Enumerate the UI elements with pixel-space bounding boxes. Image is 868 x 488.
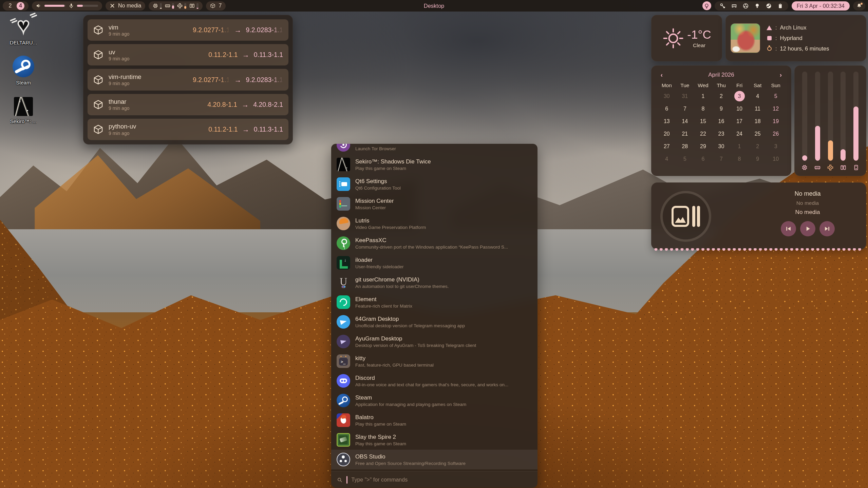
launcher-item-slay-the-spire-2[interactable]: Slay the Spire 2Play this game on Steam — [331, 430, 537, 450]
bulb-tray-icon[interactable] — [754, 3, 760, 9]
launcher-item-sekiro[interactable]: Sekiro™: Shadows Die TwicePlay this game… — [331, 155, 537, 174]
calendar-day-14[interactable]: 14 — [676, 115, 694, 128]
calendar-day-26[interactable]: 26 — [767, 128, 785, 140]
launcher-item-keepassxc[interactable]: KeePassXCCommunity-driven port of the Wi… — [331, 233, 537, 253]
volume-slider[interactable] — [44, 5, 65, 7]
update-row-vim-runtime[interactable]: vim-runtime9 min ago9.2.0277-1.1→9.2.028… — [88, 69, 288, 90]
calendar-day-11[interactable]: 11 — [749, 102, 767, 115]
calendar-day-8[interactable]: 8 — [694, 102, 712, 115]
updates-indicator[interactable]: 7 — [206, 1, 226, 11]
desktop-icon-deltarune[interactable]: DELTARU... — [3, 16, 43, 45]
calendar-day-15[interactable]: 15 — [694, 115, 712, 128]
steam-tray-icon[interactable] — [766, 3, 772, 9]
update-row-uv[interactable]: uv9 min ago0.11.2-1.1→0.11.3-1.1 — [88, 44, 288, 65]
calendar-day-24[interactable]: 24 — [730, 128, 749, 140]
update-row-python-uv[interactable]: python-uv9 min ago0.11.2-1.1→0.11.3-1.1 — [88, 119, 288, 140]
ethernet-tray-icon[interactable] — [731, 3, 737, 9]
calendar-day-29[interactable]: 29 — [694, 140, 712, 153]
launcher-item-title: OBS Studio — [355, 453, 466, 460]
launcher-item-lutris[interactable]: LutrisVideo Game Preservation Platform — [331, 214, 537, 233]
desktop-icon-label: DELTARU... — [10, 40, 37, 45]
launcher-item-ayugram[interactable]: AyuGram DesktopDesktop version of AyuGra… — [331, 332, 537, 351]
update-row-thunar[interactable]: thunar9 min ago4.20.8-1.1→4.20.8-2.1 — [88, 94, 288, 115]
calendar-day-4[interactable]: 4 — [749, 90, 767, 102]
calendar-day-3[interactable]: 3 — [730, 90, 749, 102]
calendar-day-17[interactable]: 17 — [730, 115, 749, 128]
notification-dot — [861, 3, 863, 5]
notifications-button[interactable] — [853, 1, 865, 11]
microphone-icon — [69, 3, 74, 8]
calendar-day-20[interactable]: 20 — [658, 128, 676, 140]
launcher-item-steam[interactable]: SteamApplication for managing and playin… — [331, 391, 537, 410]
calendar-day-10-adjacent[interactable]: 10 — [767, 153, 785, 165]
next-button[interactable] — [819, 221, 835, 236]
calendar-day-4-adjacent[interactable]: 4 — [658, 153, 676, 165]
launcher-item-balatro[interactable]: BalatroPlay this game on Steam — [331, 410, 537, 430]
calendar-day-18[interactable]: 18 — [749, 115, 767, 128]
launcher-item-git-userchrome[interactable]: git userChrome (NVIDIA)An automation too… — [331, 273, 537, 292]
previous-button[interactable] — [781, 221, 796, 236]
bulb-icon — [704, 3, 710, 9]
calendar-day-7-adjacent[interactable]: 7 — [712, 153, 731, 165]
calendar-day-10[interactable]: 10 — [730, 102, 749, 115]
launcher-item-mission-center[interactable]: Mission CenterMission Center — [331, 194, 537, 214]
audio-pill[interactable] — [32, 1, 102, 11]
clipboard-tray-icon[interactable] — [777, 3, 783, 9]
sekiro-icon — [337, 158, 350, 171]
arrow-icon: → — [242, 51, 249, 58]
calendar-day-9-adjacent[interactable]: 9 — [749, 153, 767, 165]
launcher-item-element[interactable]: ElementFeature-rich client for Matrix — [331, 292, 537, 312]
workspace-2[interactable]: 2 — [7, 2, 14, 10]
launcher-item-obs[interactable]: OBS StudioFree and Open Source Streaming… — [331, 450, 537, 469]
calendar-day-12[interactable]: 12 — [767, 102, 785, 115]
update-row-vim[interactable]: vim9 min ago9.2.0277-1.1→9.2.0283-1.1 — [88, 19, 288, 41]
calendar-day-2-adjacent[interactable]: 2 — [749, 140, 767, 153]
clock[interactable]: Fri 3 Apr - 00:32:34 — [792, 1, 850, 11]
calendar-day-31-adjacent[interactable]: 31 — [676, 90, 694, 102]
calendar-day-30[interactable]: 30 — [712, 140, 731, 153]
calendar-day-25[interactable]: 25 — [749, 128, 767, 140]
launcher-item-discord[interactable]: DiscordAll-in-one voice and text chat fo… — [331, 371, 537, 391]
calendar-day-13[interactable]: 13 — [658, 115, 676, 128]
monitor-disk — [189, 3, 199, 9]
calendar-day-19[interactable]: 19 — [767, 115, 785, 128]
launcher-item-64gram[interactable]: 64Gram DesktopUnofficial desktop version… — [331, 312, 537, 332]
calendar-day-22[interactable]: 22 — [694, 128, 712, 140]
package-name: uv — [109, 48, 129, 56]
calendar-day-2[interactable]: 2 — [712, 90, 731, 102]
mic-slider[interactable] — [77, 5, 98, 7]
calendar-day-9[interactable]: 9 — [712, 102, 731, 115]
calendar-day-1[interactable]: 1 — [694, 90, 712, 102]
calendar-day-5[interactable]: 5 — [767, 90, 785, 102]
calendar-day-6[interactable]: 6 — [658, 102, 676, 115]
desktop-icon-sekiro[interactable]: Sekiro™: ... — [3, 96, 43, 124]
launcher-item-qt6[interactable]: Qt6 SettingsQt6 Configuration Tool — [331, 174, 537, 194]
calendar-day-16[interactable]: 16 — [712, 115, 731, 128]
play-button[interactable] — [800, 221, 815, 236]
obs-tray-icon[interactable] — [743, 3, 749, 9]
nightlight-toggle[interactable] — [702, 1, 711, 10]
launcher-item-kitty[interactable]: kittyFast, feature-rich, GPU based termi… — [331, 351, 537, 371]
calendar-day-3-adjacent[interactable]: 3 — [767, 140, 785, 153]
chevron-left-icon[interactable]: ‹ — [658, 71, 666, 79]
launcher-item-iloader[interactable]: iloaderUser-friendly sideloader — [331, 253, 537, 273]
launcher-item-tor[interactable]: Tor BrowserLaunch Tor Browser — [331, 144, 537, 155]
desktop-icon-steam[interactable]: Steam — [3, 56, 43, 85]
workspaces[interactable]: 24 — [3, 1, 29, 11]
workspace-4[interactable]: 4 — [17, 2, 24, 10]
calendar-day-27[interactable]: 27 — [658, 140, 676, 153]
calendar-day-23[interactable]: 23 — [712, 128, 731, 140]
calendar-day-28[interactable]: 28 — [676, 140, 694, 153]
calendar-day-30-adjacent[interactable]: 30 — [658, 90, 676, 102]
calendar-day-6-adjacent[interactable]: 6 — [694, 153, 712, 165]
topbar-media-pill[interactable]: No media — [106, 1, 145, 11]
calendar-day-8-adjacent[interactable]: 8 — [730, 153, 749, 165]
calendar-day-21[interactable]: 21 — [676, 128, 694, 140]
calendar-day-7[interactable]: 7 — [676, 102, 694, 115]
launcher-search[interactable]: Type ">" for commands — [331, 471, 537, 488]
keepassxc-tray-icon[interactable] — [720, 3, 725, 9]
calendar-day-5-adjacent[interactable]: 5 — [676, 153, 694, 165]
chevron-right-icon[interactable]: › — [777, 71, 785, 79]
calendar-day-1-adjacent[interactable]: 1 — [730, 140, 749, 153]
system-monitor[interactable] — [149, 1, 203, 11]
